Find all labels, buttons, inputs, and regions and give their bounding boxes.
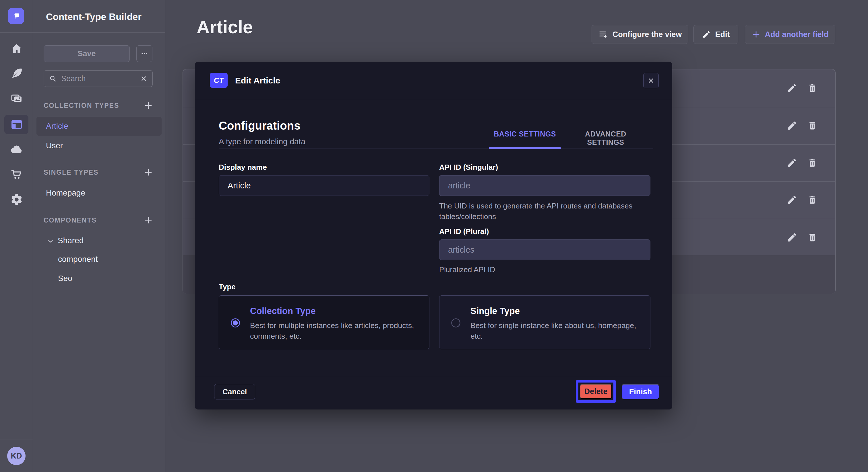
- more-actions-button[interactable]: [136, 45, 152, 62]
- save-button[interactable]: Save: [43, 45, 130, 62]
- api-id-singular-helper: The UID is used to generate the API rout…: [439, 201, 640, 222]
- add-another-field-button[interactable]: Add another field: [745, 25, 835, 44]
- section-label: COLLECTION TYPES: [43, 102, 119, 109]
- close-icon: [647, 76, 655, 85]
- sidebar-item-seo[interactable]: Seo: [58, 274, 72, 283]
- close-modal-button[interactable]: [643, 73, 659, 88]
- media-library-icon: [10, 92, 23, 105]
- clear-search-icon[interactable]: [140, 74, 148, 82]
- ellipsis-icon: [140, 49, 149, 58]
- type-label: Type: [219, 282, 236, 291]
- display-name-label: Display name: [219, 163, 267, 172]
- section-collection-types: COLLECTION TYPES: [43, 100, 153, 111]
- delete-button-highlight-ring: Delete: [576, 380, 616, 403]
- modal-header: CT Edit Article: [195, 62, 672, 99]
- header-divider: [0, 32, 165, 33]
- single-type-card[interactable]: Single Type Best for single instance lik…: [439, 295, 650, 349]
- collection-type-description: Best for multiple instances like article…: [250, 320, 427, 341]
- app-root: KD Content-Type Builder Save COLLECTION …: [0, 0, 868, 472]
- edit-label: Edit: [715, 30, 730, 39]
- edit-field-icon[interactable]: [786, 194, 797, 205]
- add-collection-type-icon[interactable]: [144, 101, 153, 110]
- api-id-plural-helper: Pluralized API ID: [439, 264, 495, 275]
- marketplace-cart-icon: [10, 168, 23, 181]
- finish-button[interactable]: Finish: [622, 384, 659, 400]
- home-icon: [10, 42, 23, 55]
- delete-field-icon[interactable]: [807, 83, 817, 93]
- sidebar-item-media-library[interactable]: [0, 88, 33, 108]
- content-type-builder-icon: [10, 118, 23, 131]
- settings-gear-icon: [10, 193, 23, 206]
- delete-field-icon[interactable]: [807, 121, 817, 131]
- pencil-icon: [702, 30, 711, 39]
- sidebar-item-marketplace[interactable]: [0, 164, 33, 184]
- api-id-singular-input: [439, 175, 650, 196]
- radio-selected-icon[interactable]: [230, 318, 240, 328]
- edit-article-modal: CT Edit Article Configurations A type fo…: [195, 62, 672, 409]
- modal-footer-divider: [195, 377, 672, 377]
- add-component-icon[interactable]: [144, 216, 153, 225]
- display-name-input[interactable]: [219, 175, 429, 196]
- delete-field-icon[interactable]: [807, 232, 817, 243]
- feather-icon: [10, 67, 23, 79]
- api-id-singular-label: API ID (Singular): [439, 163, 498, 172]
- row-actions: [786, 219, 817, 256]
- single-type-description: Best for single instance like about us, …: [470, 320, 647, 341]
- strapi-logo[interactable]: [8, 8, 24, 24]
- configure-view-label: Configure the view: [613, 30, 682, 39]
- configurations-subtitle: A type for modeling data: [219, 137, 305, 146]
- plus-icon: [752, 30, 761, 39]
- tab-advanced-settings[interactable]: ADVANCED SETTINGS: [568, 130, 643, 146]
- tab-basic-settings[interactable]: BASIC SETTINGS: [489, 130, 561, 138]
- sidebar-item-article[interactable]: Article: [46, 122, 68, 131]
- rail-bottom-divider: [0, 440, 33, 440]
- single-type-title: Single Type: [470, 306, 520, 316]
- add-single-type-icon[interactable]: [144, 168, 153, 177]
- sidebar-item-content-type-builder[interactable]: [0, 114, 33, 134]
- section-label: COMPONENTS: [43, 216, 97, 224]
- edit-field-icon[interactable]: [786, 158, 797, 168]
- delete-button[interactable]: Delete: [580, 384, 612, 399]
- api-id-plural-label: API ID (Plural): [439, 227, 489, 236]
- sidebar-item-settings[interactable]: [0, 190, 33, 210]
- plugin-title: Content-Type Builder: [46, 11, 142, 22]
- section-components: COMPONENTS: [43, 215, 153, 225]
- edit-field-icon[interactable]: [786, 82, 797, 94]
- delete-field-icon[interactable]: [807, 158, 817, 168]
- collection-type-title: Collection Type: [250, 306, 316, 316]
- edit-button[interactable]: Edit: [693, 25, 738, 44]
- sidebar-group-shared[interactable]: Shared: [47, 236, 84, 245]
- sidebar-item-home[interactable]: [0, 39, 33, 59]
- delete-field-icon[interactable]: [807, 195, 817, 205]
- search-field[interactable]: [43, 70, 153, 87]
- row-actions: [786, 181, 817, 218]
- sidebar-item-component[interactable]: component: [58, 255, 98, 264]
- section-label: SINGLE TYPES: [43, 169, 98, 176]
- radio-unselected-icon[interactable]: [451, 318, 461, 328]
- search-input[interactable]: [61, 74, 136, 83]
- sidebar-item-deploy[interactable]: [0, 139, 33, 160]
- chevron-down-icon: [47, 237, 54, 245]
- collection-type-card[interactable]: Collection Type Best for multiple instan…: [219, 295, 429, 349]
- sidebar-item-homepage[interactable]: Homepage: [46, 189, 85, 198]
- sidebar-item-content-manager[interactable]: [0, 63, 33, 83]
- configurations-heading: Configurations: [219, 119, 300, 132]
- active-tab-indicator: [489, 147, 561, 149]
- strapi-logo-icon: [11, 11, 21, 21]
- content-type-badge: CT: [210, 73, 228, 88]
- sidebar-item-user[interactable]: User: [46, 141, 63, 150]
- edit-field-icon[interactable]: [786, 232, 797, 243]
- api-id-plural-input: [439, 239, 650, 260]
- row-actions: [786, 144, 817, 181]
- group-label: Shared: [58, 236, 84, 245]
- configure-view-button[interactable]: Configure the view: [592, 25, 688, 44]
- user-avatar[interactable]: KD: [7, 447, 26, 465]
- row-actions: [786, 107, 817, 144]
- cancel-button[interactable]: Cancel: [214, 384, 255, 400]
- page-title: Article: [197, 16, 253, 37]
- tabs-divider: [219, 148, 653, 149]
- edit-field-icon[interactable]: [786, 120, 797, 131]
- modal-title: Edit Article: [235, 76, 280, 86]
- configure-view-icon: [598, 30, 608, 39]
- row-actions: [786, 69, 817, 107]
